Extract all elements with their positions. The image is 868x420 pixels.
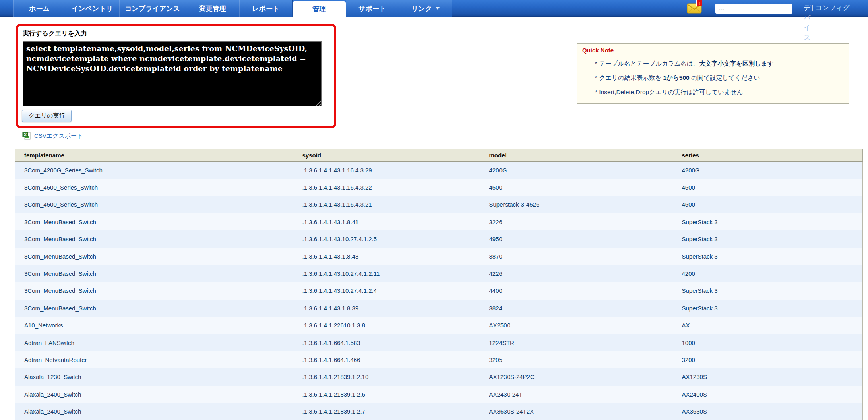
cell-model: AX2430-24T (480, 386, 673, 403)
tab-label: レポート (252, 4, 279, 13)
cell-model: 4400 (480, 282, 673, 299)
column-header-series: series (673, 149, 863, 162)
cell-sysoid: .1.3.6.1.4.1.664.1.583 (294, 334, 480, 351)
table-row: 3Com_MenuBased_Switch.1.3.6.1.4.1.43.1.8… (15, 213, 863, 230)
cell-sysoid: .1.3.6.1.4.1.43.10.27.4.1.2.11 (294, 265, 480, 282)
table-row: A10_Networks.1.3.6.1.4.1.22610.1.3.8AX25… (15, 317, 863, 334)
table-row: Alaxala_2400_Switch.1.3.6.1.4.1.21839.1.… (15, 386, 863, 403)
excel-csv-icon: X (22, 131, 31, 141)
quick-note-text: * Insert,Delete,Dropクエリの実行は許可していません (595, 89, 743, 95)
table-row: 3Com_4500_Series_Switch.1.3.6.1.4.1.43.1… (15, 196, 863, 213)
tab-label: ホーム (29, 4, 50, 13)
cell-series: SuperStack 3 (673, 282, 863, 299)
cell-series: 3200 (673, 351, 863, 368)
cell-templatename: Adtran_LANSwitch (15, 334, 294, 351)
table-row: Adtran_NetvantaRouter.1.3.6.1.4.1.664.1.… (15, 351, 863, 368)
cell-series: 4200 (673, 265, 863, 282)
tab-admin-active[interactable]: 管理 (293, 1, 346, 17)
csv-export-link[interactable]: CSVエクスポート (34, 132, 83, 140)
table-row: 3Com_MenuBased_Switch.1.3.6.1.4.1.43.10.… (15, 282, 863, 299)
cell-model: AX3630S-24T2X (480, 403, 673, 420)
cell-sysoid: .1.3.6.1.4.1.21839.1.2.7 (294, 403, 480, 420)
cell-series: 4500 (673, 179, 863, 196)
tab-list: ホームインベントリコンプライアンス変更管理レポート管理サポートリンク (13, 0, 452, 17)
cell-sysoid: .1.3.6.1.4.1.22610.1.3.8 (294, 317, 480, 334)
tab-7[interactable]: リンク (399, 0, 452, 17)
cell-series: SuperStack 3 (673, 248, 863, 265)
table-row: 3Com_MenuBased_Switch.1.3.6.1.4.1.43.1.8… (15, 300, 863, 317)
device-link[interactable]: デバイス (804, 3, 812, 43)
column-header-model: model (480, 149, 673, 162)
global-search-input[interactable] (715, 4, 792, 14)
quick-note-title: Quick Note (582, 47, 844, 54)
cell-series: 4500 (673, 196, 863, 213)
cell-templatename: 3Com_4200G_Series_Switch (15, 162, 294, 179)
cell-model: 3870 (480, 248, 673, 265)
config-link[interactable]: | コンフィグ (812, 3, 850, 43)
quick-note-text: * クエリの結果表示数を (595, 74, 663, 81)
cell-sysoid: .1.3.6.1.4.1.43.1.16.4.3.29 (294, 162, 480, 179)
cell-templatename: Alaxala_2400_Switch (15, 403, 294, 420)
query-results-table: templatename sysoid model series 3Com_42… (15, 149, 862, 420)
quick-note-text: 大文字小文字を区別します (699, 60, 773, 67)
query-input[interactable]: select templatename,sysoid,model,series … (23, 41, 322, 106)
tab-0[interactable]: ホーム (13, 0, 66, 17)
quick-note-text: の間で設定してください (690, 74, 760, 81)
table-body: 3Com_4200G_Series_Switch.1.3.6.1.4.1.43.… (15, 162, 863, 420)
cell-sysoid: .1.3.6.1.4.1.43.10.27.4.1.2.4 (294, 282, 480, 299)
tab-label: コンプライアンス (125, 4, 180, 13)
cell-model: 4226 (480, 265, 673, 282)
cell-sysoid: .1.3.6.1.4.1.43.10.27.4.1.2.5 (294, 230, 480, 248)
tab-1[interactable]: インベントリ (66, 0, 119, 17)
svg-text:X: X (24, 132, 27, 137)
quick-note-text: * テーブル名とテーブルカラム名は、 (595, 60, 699, 67)
cell-series: SuperStack 3 (673, 230, 863, 248)
quick-note-item: * Insert,Delete,Dropクエリの実行は許可していません (595, 88, 844, 97)
tab-label: 管理 (312, 4, 326, 14)
tab-label: サポート (358, 4, 386, 13)
tab-3[interactable]: 変更管理 (186, 0, 239, 17)
cell-templatename: 3Com_4500_Series_Switch (15, 179, 294, 196)
table-row: 3Com_MenuBased_Switch.1.3.6.1.4.1.43.1.8… (15, 248, 863, 265)
cell-templatename: Adtran_NetvantaRouter (15, 351, 294, 368)
cell-templatename: 3Com_4500_Series_Switch (15, 196, 294, 213)
cell-series: SuperStack 3 (673, 213, 863, 230)
quick-note-panel: Quick Note * テーブル名とテーブルカラム名は、大文字小文字を区別しま… (577, 43, 849, 104)
table-header-row: templatename sysoid model series (15, 149, 863, 162)
cell-series: 4200G (673, 162, 863, 179)
tab-2[interactable]: コンプライアンス (119, 0, 186, 17)
cell-model: 3824 (480, 300, 673, 317)
quick-note-list: * テーブル名とテーブルカラム名は、大文字小文字を区別します* クエリの結果表示… (582, 60, 844, 97)
tab-label: インベントリ (72, 4, 113, 13)
cell-model: AX1230S-24P2C (480, 368, 673, 385)
cell-model: AX2500 (480, 317, 673, 334)
table-row: Adtran_LANSwitch.1.3.6.1.4.1.664.1.58312… (15, 334, 863, 351)
run-query-button[interactable]: クエリの実行 (22, 110, 72, 122)
cell-templatename: 3Com_MenuBased_Switch (15, 213, 294, 230)
cell-templatename: 3Com_MenuBased_Switch (15, 282, 294, 299)
table-row: 3Com_4500_Series_Switch.1.3.6.1.4.1.43.1… (15, 179, 863, 196)
cell-model: 4200G (480, 162, 673, 179)
cell-model: Superstack-3-4526 (480, 196, 673, 213)
cell-sysoid: .1.3.6.1.4.1.21839.1.2.10 (294, 368, 480, 385)
cell-sysoid: .1.3.6.1.4.1.43.1.8.39 (294, 300, 480, 317)
cell-model: 1224STR (480, 334, 673, 351)
tab-6[interactable]: サポート (346, 0, 399, 17)
table-row: 3Com_MenuBased_Switch.1.3.6.1.4.1.43.10.… (15, 230, 863, 248)
cell-sysoid: .1.3.6.1.4.1.43.1.8.43 (294, 248, 480, 265)
tab-4[interactable]: レポート (239, 0, 293, 17)
cell-templatename: Alaxala_1230_Switch (15, 368, 294, 385)
cell-model: 4500 (480, 179, 673, 196)
cell-model: 3226 (480, 213, 673, 230)
column-header-templatename: templatename (15, 149, 294, 162)
cell-templatename: A10_Networks (15, 317, 294, 334)
column-header-sysoid: sysoid (294, 149, 480, 162)
cell-templatename: 3Com_MenuBased_Switch (15, 265, 294, 282)
quick-note-item: * テーブル名とテーブルカラム名は、大文字小文字を区別します (595, 60, 844, 68)
cell-series: AX2400S (673, 386, 863, 403)
cell-templatename: 3Com_MenuBased_Switch (15, 230, 294, 248)
cell-sysoid: .1.3.6.1.4.1.43.1.16.4.3.22 (294, 179, 480, 196)
quick-note-item: * クエリの結果表示数を 1から500 の間で設定してください (595, 74, 844, 82)
alert-badge[interactable]: ! (696, 0, 702, 6)
cell-templatename: 3Com_MenuBased_Switch (15, 300, 294, 317)
